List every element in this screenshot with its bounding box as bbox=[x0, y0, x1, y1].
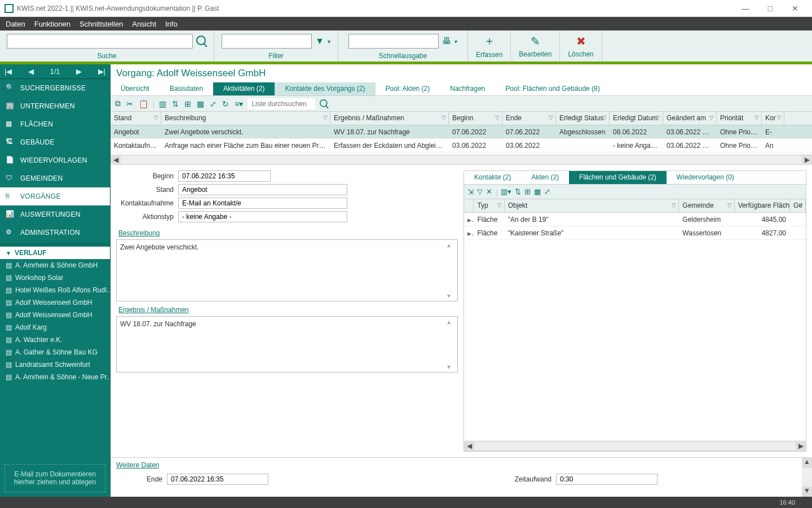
verlauf-item[interactable]: ▤A. Gather & Söhne Bau KG bbox=[0, 346, 110, 358]
filter-icon[interactable]: ▽ bbox=[777, 115, 782, 121]
excel2-icon[interactable]: ⊞ bbox=[524, 187, 531, 196]
verlauf-item[interactable]: ▤A. Amrhein & Söhne - Neue Pr… bbox=[0, 371, 110, 383]
subcol-Typ[interactable]: Typ▽ bbox=[474, 199, 504, 212]
ergebnis-textarea[interactable]: WV 18.07. zur Nachfrage ▴▾ bbox=[116, 316, 458, 373]
quick-output-input[interactable] bbox=[348, 34, 439, 49]
cut-icon[interactable]: ✂ bbox=[125, 99, 134, 108]
stand-field[interactable] bbox=[178, 184, 347, 195]
table-row[interactable]: ▶Fläche"Kaistener Straße"Wasserlosen4827… bbox=[464, 226, 806, 240]
sidebar-item-gebäude[interactable]: 🏗GEBÄUDE bbox=[0, 133, 110, 151]
subcol-Verfügbare Fläch…[interactable]: Verfügbare Fläch…▽ bbox=[735, 199, 790, 212]
filter-icon[interactable]: ▽ bbox=[323, 115, 328, 121]
subtab-3[interactable]: Wiedervorlagen (0) bbox=[667, 171, 744, 184]
paste-icon[interactable]: 📋 bbox=[138, 99, 149, 108]
sidebar-item-gemeinden[interactable]: 🛡GEMEINDEN bbox=[0, 169, 110, 187]
verlauf-item[interactable]: ▤Adolf Karg bbox=[0, 321, 110, 334]
filter-icon[interactable]: ▽ bbox=[495, 115, 500, 121]
filter-input[interactable] bbox=[222, 34, 312, 49]
filter-icon[interactable]: ▽ bbox=[709, 115, 714, 121]
verlauf-item[interactable]: ▤Landratsamt Schweinfurt bbox=[0, 358, 110, 371]
col-Beginn[interactable]: Beginn▽ bbox=[449, 112, 502, 125]
menu-info[interactable]: Info bbox=[165, 20, 178, 28]
pager-first[interactable]: |◀ bbox=[5, 67, 12, 76]
search-input[interactable] bbox=[7, 34, 193, 49]
copy-icon[interactable]: ⧉ bbox=[114, 99, 122, 108]
funnel-icon[interactable]: ▼ bbox=[315, 36, 324, 46]
kontakt-field[interactable] bbox=[178, 198, 347, 209]
subtab-0[interactable]: Kontakte (2) bbox=[464, 171, 521, 184]
subtab-2[interactable]: Flächen und Gebäude (2) bbox=[569, 171, 667, 184]
col-Ende[interactable]: Ende▽ bbox=[502, 112, 556, 125]
list-search-icon[interactable] bbox=[320, 99, 329, 108]
maximize-button[interactable]: □ bbox=[758, 2, 783, 15]
pin-icon[interactable]: ⇲ bbox=[467, 187, 474, 196]
filter-icon[interactable]: ▽ bbox=[672, 202, 676, 208]
col-Beschreibung[interactable]: Beschreibung▽ bbox=[161, 112, 330, 125]
subcol-Gemeinde[interactable]: Gemeinde▽ bbox=[679, 199, 734, 212]
table-row[interactable]: Kontaktaufnah…Anfrage nach einer Fläche … bbox=[111, 139, 812, 152]
sidebar-item-flächen[interactable]: ▦FLÄCHEN bbox=[0, 115, 110, 133]
subcol-Ge[interactable]: Ge▽ bbox=[790, 199, 806, 212]
verlauf-item[interactable]: ▤Adolf Weissenseel GmbH bbox=[0, 309, 110, 321]
filter-icon[interactable]: ▽ bbox=[497, 202, 502, 208]
menu-funktionen[interactable]: Funktionen bbox=[34, 20, 70, 28]
tab-4[interactable]: Pool: Akten (2) bbox=[376, 82, 440, 95]
columns2-icon[interactable]: ▥▾ bbox=[501, 187, 511, 196]
col-Ergebnis / Maßnahmen[interactable]: Ergebnis / Maßnahmen▽ bbox=[330, 112, 449, 125]
menu-schnittstellen[interactable]: Schnittstellen bbox=[80, 20, 123, 28]
tab-2[interactable]: Aktivitäten (2) bbox=[213, 82, 275, 95]
col-Erledigt Datum[interactable]: Erledigt Datum▽ bbox=[610, 112, 663, 125]
delete-button[interactable]: ✖ Löschen bbox=[560, 30, 602, 62]
print-icon[interactable]: 🖶 bbox=[442, 36, 451, 46]
col-Erledigt Status[interactable]: Erledigt Status▽ bbox=[556, 112, 610, 125]
footer-vscroll[interactable]: ▲▼ bbox=[802, 458, 812, 497]
sort-icon[interactable]: ⇅ bbox=[171, 99, 180, 108]
activity-hscroll[interactable]: ◀▶ bbox=[111, 155, 812, 165]
verlauf-item[interactable]: ▤A. Amrhein & Söhne GmbH bbox=[0, 259, 110, 271]
col-Geändert am[interactable]: Geändert am▽ bbox=[663, 112, 717, 125]
filter-icon[interactable]: ▽ bbox=[154, 115, 158, 121]
expand2-icon[interactable]: ⤢ bbox=[544, 187, 550, 196]
sidebar-item-wiedervorlagen[interactable]: 📄WIEDERVORLAGEN bbox=[0, 151, 110, 169]
subtab-1[interactable]: Akten (2) bbox=[521, 171, 569, 184]
subcol-Objekt[interactable]: Objekt▽ bbox=[505, 199, 679, 212]
sidebar-item-administration[interactable]: ⚙ADMINISTRATION bbox=[0, 224, 110, 242]
filter-icon[interactable]: ▽ bbox=[442, 115, 446, 121]
filter-icon[interactable]: ▽ bbox=[656, 115, 660, 121]
verlauf-item[interactable]: ▤Adolf Weissenseel GmbH bbox=[0, 296, 110, 309]
remove-icon[interactable]: ✕ bbox=[486, 187, 492, 196]
search-icon[interactable] bbox=[196, 36, 208, 47]
sidebar-item-auswertungen[interactable]: 📊AUSWERTUNGEN bbox=[0, 205, 110, 224]
filter-icon[interactable]: ▽ bbox=[783, 202, 787, 208]
linked-hscroll[interactable]: ◀▶ bbox=[464, 441, 806, 451]
filter-icon[interactable]: ▽ bbox=[754, 115, 759, 121]
pager-next[interactable]: ▶ bbox=[76, 67, 82, 76]
ende-field[interactable] bbox=[167, 474, 268, 485]
tab-1[interactable]: Basisdaten bbox=[160, 82, 213, 95]
tab-6[interactable]: Pool: Flächen und Gebäude (8) bbox=[495, 82, 610, 95]
edit-button[interactable]: ✎ Bearbeiten bbox=[511, 30, 560, 62]
pager-last[interactable]: ▶| bbox=[98, 67, 105, 76]
minimize-button[interactable]: — bbox=[733, 2, 758, 15]
sidebar-item-vorgänge[interactable]: ⎘VORGÄNGE bbox=[0, 187, 110, 205]
refresh-icon[interactable]: ↻ bbox=[221, 99, 230, 108]
verlauf-item[interactable]: ▤Workshop Solar bbox=[0, 271, 110, 284]
close-button[interactable]: ✕ bbox=[783, 2, 807, 15]
filter-icon[interactable]: ▽ bbox=[602, 115, 607, 121]
tab-0[interactable]: Übersicht bbox=[111, 82, 160, 95]
email-dropzone[interactable]: E-Mail zum Dokumentieren hierher ziehen … bbox=[5, 464, 105, 492]
tab-3[interactable]: Kontakte des Vorgangs (2) bbox=[275, 82, 375, 95]
sidebar-item-suchergebnisse[interactable]: 🔍SUCHERGEBNISSE bbox=[0, 79, 110, 97]
grid2-icon[interactable]: ▦ bbox=[534, 187, 541, 196]
beginn-field[interactable] bbox=[178, 170, 271, 182]
tab-5[interactable]: Nachfragen bbox=[440, 82, 495, 95]
filter-icon[interactable]: ▽ bbox=[798, 202, 803, 208]
filter-icon[interactable]: ▽ bbox=[727, 202, 732, 208]
col-Kor[interactable]: Kor▽ bbox=[762, 112, 784, 125]
filter-dropdown-icon[interactable]: ▾ bbox=[328, 38, 330, 45]
expand-row-icon[interactable]: ▶ bbox=[467, 231, 474, 237]
table-row[interactable]: ▶Fläche"An der B 19"Geldersheim4845,00 bbox=[464, 213, 806, 226]
col-Priorität[interactable]: Priorität▽ bbox=[717, 112, 762, 125]
list-search-input[interactable] bbox=[248, 98, 315, 110]
print-dropdown-icon[interactable]: ▾ bbox=[454, 38, 457, 45]
